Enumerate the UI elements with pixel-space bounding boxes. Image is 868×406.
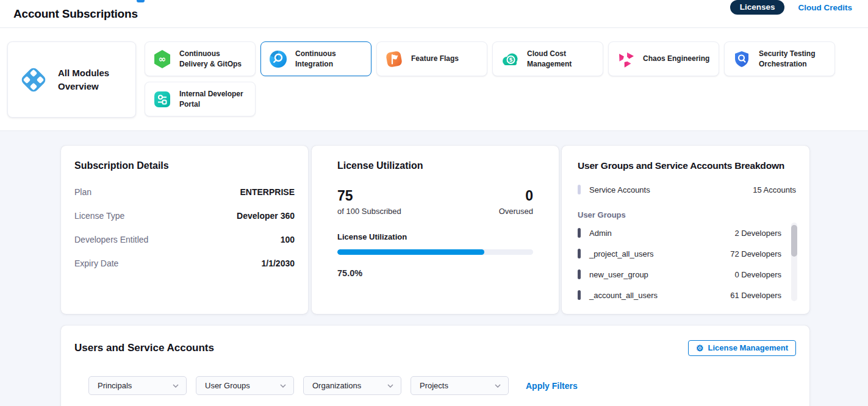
projects-filter-select[interactable]: Projects (411, 376, 509, 395)
used-caption: of 100 Subscribed (337, 207, 401, 216)
service-accounts-value: 15 Accounts (753, 185, 796, 194)
module-card-label: Security Testing Orchestration (759, 49, 830, 69)
scrollbar-thumb[interactable] (791, 225, 797, 257)
row-label: License Type (74, 211, 124, 221)
user-group-name: _project_all_users (589, 249, 654, 258)
chevron-down-icon (280, 384, 286, 388)
scrollbar-track[interactable] (791, 223, 797, 301)
overused-count: 0 (499, 188, 533, 204)
license-utilization-bar-track (337, 249, 533, 255)
user-group-row: Admin 2 Developers (578, 223, 781, 243)
row-label: Plan (74, 187, 91, 197)
page-title: Account Subscriptions (13, 7, 138, 21)
chaos-icon (616, 49, 636, 69)
filter-label: Organizations (312, 381, 361, 390)
row-value: ENTERPRISE (240, 187, 295, 197)
users-section-title: Users and Service Accounts (74, 342, 214, 354)
user-group-row: _project_all_users 72 Developers (578, 243, 781, 264)
ci-icon (268, 49, 288, 69)
organizations-filter-select[interactable]: Organizations (303, 376, 401, 395)
chevron-down-icon (387, 384, 393, 388)
svg-text:∞: ∞ (159, 54, 167, 65)
user-groups-heading: User Groups (578, 210, 796, 219)
all-modules-overview-card[interactable]: All Modules Overview (7, 41, 136, 118)
filters-row: Principals User Groups Organizations Pro… (74, 376, 796, 395)
module-card-label: Continuous Delivery & GitOps (179, 49, 250, 69)
user-group-name: Admin (589, 229, 612, 238)
tab-cloud-credits[interactable]: Cloud Credits (798, 3, 852, 12)
row-label: Developers Entitled (74, 235, 148, 244)
apply-filters-link[interactable]: Apply Filters (526, 381, 578, 391)
row-value: 100 (281, 235, 295, 244)
users-and-service-accounts-card: Users and Service Accounts ⚙ License Man… (61, 326, 809, 406)
user-group-row: _account_all_users 61 Developers (578, 285, 781, 305)
user-group-value: 61 Developers (730, 291, 781, 300)
filter-label: User Groups (205, 381, 250, 390)
user-group-value: 72 Developers (730, 249, 781, 258)
cloud-cost-icon: $ (500, 49, 520, 69)
users-section-header: Users and Service Accounts ⚙ License Man… (74, 340, 796, 356)
subscription-details-title: Subscription Details (74, 160, 295, 171)
breakdown-card: User Groups and Service Accounts Breakdo… (562, 146, 809, 314)
tab-licenses[interactable]: Licenses (730, 0, 785, 15)
module-card-label: Internal Developer Portal (179, 89, 250, 110)
module-card-cd-gitops[interactable]: ∞ Continuous Delivery & GitOps (145, 41, 256, 76)
all-modules-icon (18, 64, 49, 96)
module-selector-bar: All Modules Overview ∞ Continuous Delive… (0, 28, 868, 131)
main-content: Subscription Details Plan ENTERPRISE Lic… (0, 131, 868, 406)
module-card-label: Chaos Engineering (643, 54, 714, 64)
idp-icon (152, 90, 172, 109)
user-group-pill-icon (578, 290, 581, 300)
security-shield-icon (732, 49, 751, 69)
module-card-cloud-cost[interactable]: $ Cloud Cost Management (492, 41, 603, 76)
subscription-row-expiry-date: Expiry Date 1/1/2030 (74, 258, 295, 268)
filter-label: Principals (98, 381, 132, 390)
feature-flags-icon (384, 49, 404, 69)
header-tabs: Licenses Cloud Credits (730, 0, 852, 15)
cd-gitops-icon: ∞ (152, 49, 172, 69)
utilization-percent: 75.0% (337, 268, 533, 278)
license-management-button[interactable]: ⚙ License Management (688, 340, 796, 356)
user-groups-filter-select[interactable]: User Groups (196, 376, 294, 395)
gear-icon: ⚙ (696, 344, 704, 352)
module-card-security-testing[interactable]: Security Testing Orchestration (724, 41, 835, 76)
svg-text:$: $ (509, 56, 513, 63)
subscription-details-card: Subscription Details Plan ENTERPRISE Lic… (61, 146, 308, 314)
subscription-row-plan: Plan ENTERPRISE (74, 187, 295, 197)
module-cards: ∞ Continuous Delivery & GitOps Continuou… (145, 41, 840, 116)
header-clipped-icon (137, 0, 145, 2)
user-group-value: 0 Developers (734, 270, 781, 279)
module-card-label: Feature Flags (411, 54, 482, 64)
user-group-name: new_user_group (589, 270, 648, 279)
overused-caption: Overused (499, 207, 533, 216)
overused-block: 0 Overused (499, 188, 533, 216)
user-group-pill-icon (578, 269, 581, 279)
chevron-down-icon (173, 384, 179, 388)
module-card-continuous-integration[interactable]: Continuous Integration (260, 41, 371, 76)
module-card-feature-flags[interactable]: Feature Flags (376, 41, 487, 76)
used-block: 75 of 100 Subscribed (337, 188, 401, 216)
user-group-row: new_user_group 0 Developers (578, 264, 781, 285)
row-value: Developer 360 (237, 211, 295, 221)
module-card-internal-developer-portal[interactable]: Internal Developer Portal (145, 82, 256, 116)
user-group-pill-icon (578, 228, 581, 238)
subscription-row-license-type: License Type Developer 360 (74, 211, 295, 221)
principals-filter-select[interactable]: Principals (88, 376, 187, 395)
user-group-pill-icon (578, 249, 581, 258)
row-value: 1/1/2030 (262, 258, 295, 268)
license-utilization-card: License Utilization 75 of 100 Subscribed… (312, 146, 559, 314)
user-group-name: _account_all_users (589, 291, 658, 300)
module-card-chaos-engineering[interactable]: Chaos Engineering (608, 41, 719, 76)
user-group-value: 2 Developers (734, 229, 781, 238)
all-modules-overview-label: All Modules Overview (58, 66, 119, 93)
chevron-down-icon (495, 384, 501, 388)
subscription-row-developers-entitled: Developers Entitled 100 (74, 235, 295, 244)
license-management-label: License Management (708, 343, 789, 352)
module-card-label: Cloud Cost Management (527, 49, 598, 69)
user-groups-list: Admin 2 Developers _project_all_users 72… (578, 223, 796, 305)
service-accounts-pill-icon (578, 185, 581, 194)
license-utilization-bar-fill (337, 249, 484, 255)
filter-label: Projects (420, 381, 448, 390)
service-accounts-label: Service Accounts (589, 185, 650, 194)
used-count: 75 (337, 188, 401, 204)
